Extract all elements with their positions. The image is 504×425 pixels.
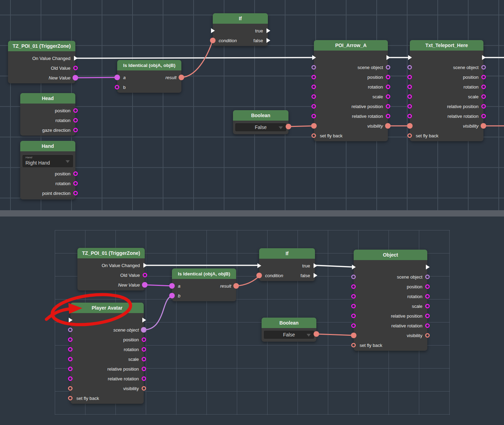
node-is-identical-bottom[interactable]: Is Identical (objA, objB) a result b <box>172 268 236 301</box>
input-port-scene-object[interactable] <box>311 65 316 70</box>
exec-output-port[interactable] <box>386 55 390 60</box>
input-port-relative-rotation[interactable] <box>68 377 73 381</box>
output-port-position[interactable] <box>73 172 78 176</box>
output-port-position[interactable] <box>73 108 78 113</box>
node-title[interactable]: Txt_Teleport_Here <box>410 40 483 51</box>
input-port-visibility[interactable] <box>68 386 73 391</box>
output-port-visibility[interactable] <box>425 333 430 338</box>
input-port-relative-rotation[interactable] <box>407 114 412 119</box>
output-port-scale[interactable] <box>386 94 390 99</box>
exec-output-port[interactable] <box>142 318 146 322</box>
output-port-point-direction[interactable] <box>73 191 78 196</box>
output-port-relative-position[interactable] <box>142 367 146 371</box>
node-title[interactable]: Boolean <box>233 110 288 121</box>
input-port-position[interactable] <box>351 284 356 289</box>
output-port-result[interactable] <box>179 75 184 80</box>
node-title[interactable]: If <box>213 13 268 24</box>
input-port-set-fly-back[interactable] <box>351 343 356 348</box>
output-port-relative-rotation[interactable] <box>481 114 486 119</box>
input-port-rotation[interactable] <box>351 294 356 299</box>
output-port-relative-position[interactable] <box>425 314 430 318</box>
input-port-scale[interactable] <box>311 94 316 99</box>
output-port-boolean[interactable] <box>314 331 319 337</box>
node-title[interactable]: TZ_POI_01 (TriggerZone) <box>8 41 75 51</box>
output-port-gaze-direction[interactable] <box>73 128 78 132</box>
input-port-relative-position[interactable] <box>68 367 73 371</box>
input-port-relative-position[interactable] <box>311 104 316 109</box>
node-poi-arrow-a[interactable]: POI_Arrow_A scene object position rotati… <box>314 40 388 141</box>
output-port-position[interactable] <box>425 284 430 289</box>
exec-output-false[interactable] <box>266 38 270 43</box>
input-port-condition[interactable] <box>256 273 262 278</box>
node-hand[interactable]: Hand Hand Right Hand position rotation p… <box>20 141 75 199</box>
input-port-set-fly-back[interactable] <box>311 134 316 138</box>
output-port-scale[interactable] <box>142 357 146 362</box>
input-port-relative-rotation[interactable] <box>311 114 316 119</box>
input-port-rotation[interactable] <box>407 85 412 89</box>
node-title[interactable]: Is Identical (objA, objB) <box>117 60 181 70</box>
boolean-value-select[interactable]: False <box>235 123 287 132</box>
input-port-position[interactable] <box>407 75 412 79</box>
exec-output-false[interactable] <box>314 273 317 278</box>
input-port-visibility[interactable] <box>351 333 356 338</box>
exec-input-port[interactable] <box>312 55 316 60</box>
output-port-rotation[interactable] <box>481 85 486 89</box>
output-port-new-value[interactable] <box>142 282 148 288</box>
node-txt-teleport-here[interactable]: Txt_Teleport_Here scene object position … <box>410 40 483 141</box>
input-port-scale[interactable] <box>407 94 412 99</box>
exec-input-port[interactable] <box>408 55 412 60</box>
input-port-a[interactable] <box>114 75 120 80</box>
exec-output-true[interactable] <box>266 28 270 33</box>
input-port-relative-position[interactable] <box>407 104 412 109</box>
exec-input-port[interactable] <box>257 263 261 268</box>
output-port-scene-object[interactable] <box>386 65 390 70</box>
exec-output-port[interactable] <box>426 265 430 270</box>
input-port-scale[interactable] <box>68 357 73 362</box>
node-title[interactable]: Is Identical (objA, objB) <box>172 268 236 279</box>
node-player-avatar[interactable]: Player Avatar scene object position rota… <box>70 303 144 404</box>
output-port-rotation[interactable] <box>73 181 78 186</box>
node-title[interactable]: If <box>259 248 315 259</box>
node-boolean-bottom[interactable]: Boolean False <box>262 318 316 342</box>
output-port-relative-rotation[interactable] <box>386 114 390 119</box>
output-port-rotation[interactable] <box>425 294 430 299</box>
input-port-relative-position[interactable] <box>351 314 356 318</box>
exec-output-port[interactable] <box>143 263 147 268</box>
input-port-scale[interactable] <box>351 304 356 309</box>
boolean-value-select[interactable]: False <box>263 330 315 339</box>
output-port-rotation[interactable] <box>142 347 146 352</box>
output-port-rotation[interactable] <box>386 85 390 89</box>
input-port-rotation[interactable] <box>311 85 316 89</box>
exec-output-true[interactable] <box>314 263 317 268</box>
output-port-relative-rotation[interactable] <box>142 377 146 381</box>
output-port-visibility[interactable] <box>481 123 486 129</box>
output-port-visibility[interactable] <box>385 123 391 129</box>
output-port-scale[interactable] <box>481 94 486 99</box>
node-title[interactable]: Head <box>20 93 75 104</box>
output-port-position[interactable] <box>142 337 146 342</box>
output-port-relative-position[interactable] <box>481 104 486 109</box>
output-port-result[interactable] <box>233 283 239 289</box>
hand-select[interactable]: Hand Right Hand <box>22 154 74 168</box>
output-port-scene-object[interactable] <box>425 275 430 279</box>
exec-input-port[interactable] <box>211 28 215 33</box>
wire-bool-to-visibility-top[interactable] <box>288 126 314 127</box>
node-tz-poi-01-bottom[interactable]: TZ_POI_01 (TriggerZone) On Value Changed… <box>77 248 145 290</box>
input-port-b[interactable] <box>115 85 119 90</box>
node-title[interactable]: Boolean <box>262 318 316 328</box>
node-title[interactable]: Hand <box>20 141 75 151</box>
output-port-visibility[interactable] <box>142 386 146 391</box>
input-port-scene-object[interactable] <box>68 328 73 332</box>
node-is-identical-top[interactable]: Is Identical (objA, objB) a result b <box>117 60 181 93</box>
node-if-top[interactable]: If true condition false <box>213 13 268 46</box>
input-port-scene-object[interactable] <box>351 275 356 279</box>
output-port-old-value[interactable] <box>143 273 147 278</box>
output-port-scale[interactable] <box>425 304 430 309</box>
output-port-boolean[interactable] <box>286 124 291 129</box>
exec-output-port[interactable] <box>74 56 78 61</box>
wire-exec-tz-to-poi[interactable] <box>75 58 314 58</box>
node-tz-poi-01-top[interactable]: TZ_POI_01 (TriggerZone) On Value Changed… <box>8 41 75 83</box>
output-port-scene-object[interactable] <box>141 327 146 333</box>
node-title[interactable]: Player Avatar <box>70 303 144 313</box>
input-port-position[interactable] <box>68 337 73 342</box>
